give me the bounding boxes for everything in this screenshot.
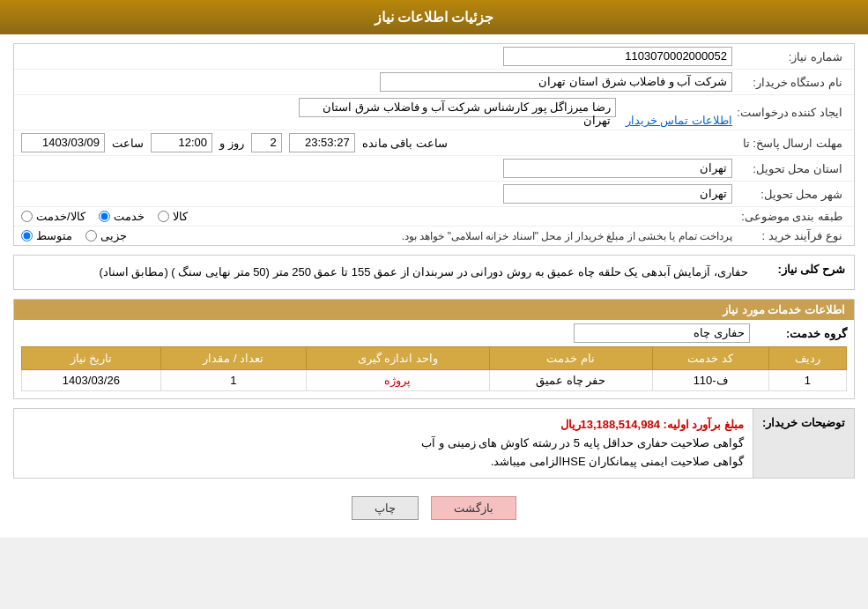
page-title: جزئیات اطلاعات نیاز	[0, 0, 868, 34]
shahr-input: تهران	[503, 184, 732, 204]
radio-kala-label: کالا	[173, 210, 188, 223]
tawsihat-line1: مبلغ برآورد اولیه: 13,188,514,984ریال	[23, 416, 744, 434]
radio-kala-khedmat[interactable]: کالا/خدمت	[21, 210, 85, 223]
tabaqe-label: طبقه بندی موضوعی:	[732, 210, 847, 223]
ijad-konande-input: رضا میرزاگل پور کارشناس شرکت آب و فاضلاب…	[299, 98, 616, 117]
khadamat-table-wrapper: ردیف کد خدمت نام خدمت واحد اندازه گیری ت…	[14, 346, 854, 398]
cell-tedad: 1	[160, 370, 306, 391]
fara-label: نوع فرآیند خرید :	[732, 229, 847, 242]
shomare-niaz-input: 1103070002000052	[503, 47, 732, 66]
chap-button[interactable]: چاپ	[352, 496, 419, 520]
radio-kala-khedmat-label: کالا/خدمت	[36, 210, 85, 223]
shahr-value: تهران	[21, 184, 732, 204]
table-row: 1 ف-110 حفر چاه عمیق پروژه 1 1403/03/26	[22, 370, 847, 391]
tawsihat-label: توضیحات خریدار:	[753, 409, 854, 478]
col-tedad: تعداد / مقدار	[160, 347, 306, 370]
tamas-link[interactable]: اطلاعات تماس خریدار	[626, 114, 732, 127]
cell-kod: ف-110	[652, 370, 768, 391]
mohlat-label: مهلت ارسال پاسخ: تا	[732, 137, 847, 150]
radio-khedmat-label: خدمت	[114, 210, 145, 223]
col-nam: نام خدمت	[489, 347, 652, 370]
info-section: شماره نیاز: 1103070002000052 نام دستگاه …	[13, 43, 855, 246]
sharh-row: شرح کلی نیاز: حفاری، آزمایش آبدهی یک حلق…	[14, 256, 854, 289]
radio-khedmat-input[interactable]	[99, 211, 110, 222]
rooz-label: روز و	[219, 137, 244, 150]
ijad-konande-label: ایجاد کننده درخواست:	[732, 106, 847, 119]
tabaqe-value: کالا/خدمت خدمت کالا	[21, 210, 732, 223]
tawsihat-amount: مبلغ برآورد اولیه: 13,188,514,984ریال	[560, 418, 745, 431]
radio-kala-input[interactable]	[158, 211, 169, 222]
radio-kala-khedmat-input[interactable]	[21, 211, 33, 222]
radio-jozi[interactable]: جزیی	[85, 229, 127, 242]
radio-motawaset-label: متوسط	[36, 229, 72, 242]
mohlat-value: 1403/03/09 ساعت 12:00 روز و 2 23:53:27 س…	[21, 133, 732, 152]
bazgasht-button[interactable]: بازگشت	[431, 496, 516, 520]
cell-vahed: پروژه	[306, 370, 489, 391]
services-table: ردیف کد خدمت نام خدمت واحد اندازه گیری ت…	[21, 346, 847, 391]
shomare-niaz-label: شماره نیاز:	[732, 50, 847, 63]
cell-nam: حفر چاه عمیق	[489, 370, 652, 391]
nam-dastgah-row: نام دستگاه خریدار: شرکت آب و فاضلاب شرق …	[14, 70, 854, 95]
shahr-label: شهر محل تحویل:	[732, 188, 847, 201]
radio-motawaset-input[interactable]	[21, 230, 33, 241]
radio-motawaset[interactable]: متوسط	[21, 229, 72, 242]
sharh-label: شرح کلی نیاز:	[757, 256, 854, 283]
col-tarikh: تاریخ نیاز	[22, 347, 161, 370]
shomare-niaz-value: 1103070002000052	[21, 47, 732, 66]
mohlat-row: مهلت ارسال پاسخ: تا 1403/03/09 ساعت 12:0…	[14, 130, 854, 156]
tabaqe-row: طبقه بندی موضوعی: کالا/خدمت خدمت کالا	[14, 207, 854, 227]
cell-tarikh: 1403/03/26	[22, 370, 161, 391]
radio-jozi-input[interactable]	[85, 230, 97, 241]
col-kod: کد خدمت	[652, 347, 768, 370]
fara-value: متوسط جزیی پرداخت تمام یا بخشی از مبلغ خ…	[21, 229, 732, 242]
main-content: شماره نیاز: 1103070002000052 نام دستگاه …	[0, 34, 868, 538]
ostan-value: تهران	[21, 159, 732, 178]
khadamat-section: اطلاعات خدمات مورد نیاز گروه خدمت: حفاری…	[13, 299, 855, 399]
col-vahed: واحد اندازه گیری	[306, 347, 489, 370]
page-wrapper: جزئیات اطلاعات نیاز شماره نیاز: 11030700…	[0, 0, 868, 538]
tawsihat-line3: گواهی صلاحیت ایمنی پیمانکاران HSEالزامی …	[23, 453, 744, 472]
buttons-row: بازگشت چاپ	[13, 487, 855, 529]
radio-khedmat[interactable]: خدمت	[99, 210, 145, 223]
ostan-row: استان محل تحویل: تهران	[14, 156, 854, 182]
timer-row: 1403/03/09 ساعت 12:00 روز و 2 23:53:27 س…	[21, 133, 732, 152]
grouh-row: گروه خدمت: حفاری چاه	[14, 320, 854, 346]
tawsihat-section: توضیحات خریدار: مبلغ برآورد اولیه: 13,18…	[13, 408, 855, 479]
khadamat-title: اطلاعات خدمات مورد نیاز	[14, 300, 854, 320]
tawsihat-content: مبلغ برآورد اولیه: 13,188,514,984ریال گو…	[14, 409, 753, 478]
saat-value: 12:00	[151, 133, 212, 152]
tawsihat-line2: گواهی صلاحیت حفاری حداقل پایه 5 در رشته …	[23, 434, 744, 453]
sharh-text: حفاری، آزمایش آبدهی یک حلقه چاه عمیق به …	[14, 256, 757, 289]
nam-dastgah-label: نام دستگاه خریدار:	[732, 76, 847, 89]
ijad-konande-value: اطلاعات تماس خریدار رضا میرزاگل پور کارش…	[21, 98, 732, 127]
grouh-value: حفاری چاه	[574, 323, 750, 343]
grouh-label: گروه خدمت:	[750, 327, 847, 340]
ostan-input: تهران	[503, 159, 732, 178]
shomare-niaz-row: شماره نیاز: 1103070002000052	[14, 44, 854, 70]
nam-dastgah-input: شرکت آب و فاضلاب شرق استان تهران	[380, 72, 732, 92]
fara-row: نوع فرآیند خرید : متوسط جزیی پرداخت تمام…	[14, 227, 854, 245]
tabaqe-radio-group: کالا/خدمت خدمت کالا	[21, 210, 732, 223]
mohlat-date: 1403/03/09	[21, 133, 105, 152]
baqi-value: 23:53:27	[289, 133, 355, 152]
table-header-row: ردیف کد خدمت نام خدمت واحد اندازه گیری ت…	[22, 347, 847, 370]
rooz-value: 2	[251, 133, 282, 152]
cell-radif: 1	[768, 370, 846, 391]
sharh-section: شرح کلی نیاز: حفاری، آزمایش آبدهی یک حلق…	[13, 255, 855, 290]
fara-note: پرداخت تمام یا بخشی از مبلغ خریدار از مح…	[140, 230, 732, 242]
baqi-label: ساعت باقی مانده	[362, 137, 448, 150]
ijad-konande-row: ایجاد کننده درخواست: اطلاعات تماس خریدار…	[14, 95, 854, 130]
radio-jozi-label: جزیی	[100, 229, 127, 242]
ostan-label: استان محل تحویل:	[732, 162, 847, 175]
shahr-row: شهر محل تحویل: تهران	[14, 182, 854, 207]
radio-kala[interactable]: کالا	[158, 210, 188, 223]
col-radif: ردیف	[768, 347, 846, 370]
nam-dastgah-value: شرکت آب و فاضلاب شرق استان تهران	[21, 72, 732, 92]
saat-label: ساعت	[112, 137, 144, 150]
